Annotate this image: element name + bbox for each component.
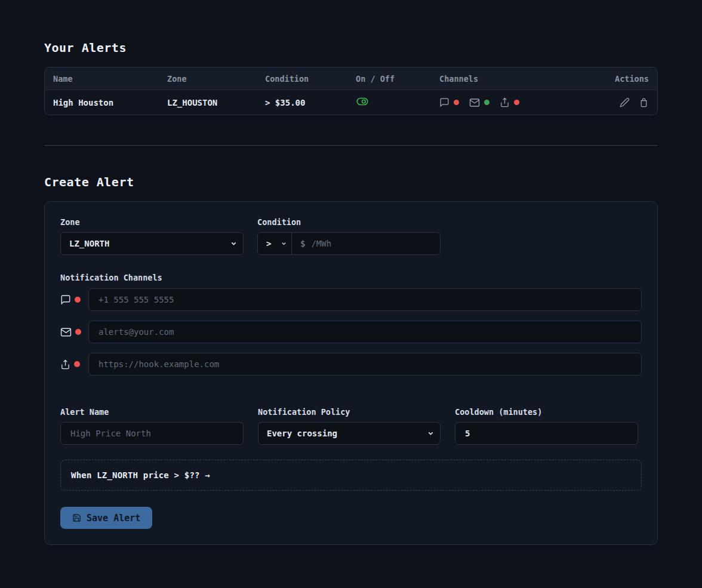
condition-input-group: > $ xyxy=(257,232,441,255)
share-icon xyxy=(60,359,70,370)
save-alert-button[interactable]: Save Alert xyxy=(60,507,152,529)
cooldown-input[interactable] xyxy=(455,422,638,445)
alert-name-input[interactable] xyxy=(60,422,244,445)
notification-policy-select[interactable]: Every crossing xyxy=(258,422,441,445)
trash-icon xyxy=(639,97,649,107)
status-dot xyxy=(484,100,489,105)
currency-prefix: $ xyxy=(292,233,305,254)
status-dot xyxy=(454,100,459,105)
status-dot xyxy=(75,297,81,303)
chat-bubble-icon xyxy=(60,294,71,305)
alerts-section-title: Your Alerts xyxy=(44,0,658,56)
column-header-actions: Actions xyxy=(610,74,649,84)
sms-channel-row xyxy=(60,288,642,311)
delete-alert-button[interactable] xyxy=(639,97,649,107)
sms-channel-lead xyxy=(60,294,88,305)
alerts-table-header: Name Zone Condition On / Off Channels Ac… xyxy=(45,67,657,90)
notification-channels-label: Notification Channels xyxy=(60,273,642,282)
alerts-page: { "colors": { "page_bg": "#0d111a", "acc… xyxy=(0,0,702,588)
channel-email-status xyxy=(469,97,489,108)
create-section-title: Create Alert xyxy=(44,174,658,190)
alert-preview: When LZ_NORTH price > $?? → xyxy=(60,460,642,491)
zone-select[interactable]: LZ_NORTH xyxy=(60,232,244,255)
zone-condition-row: Zone LZ_NORTH Condition xyxy=(60,217,642,255)
status-dot xyxy=(74,361,80,367)
name-policy-cooldown-row: Alert Name Notification Policy Every cro… xyxy=(60,407,642,445)
save-alert-label: Save Alert xyxy=(87,513,140,524)
alert-channels-cell xyxy=(439,97,610,108)
column-header-condition: Condition xyxy=(265,74,356,84)
notification-channels-block: Notification Channels xyxy=(60,273,642,375)
mail-icon xyxy=(469,97,480,108)
email-channel-lead xyxy=(60,327,88,338)
share-icon xyxy=(500,97,510,107)
sms-phone-input[interactable] xyxy=(88,288,642,311)
alert-enabled-cell xyxy=(356,95,439,110)
price-threshold-input[interactable] xyxy=(305,233,440,254)
channel-sms-status xyxy=(439,97,459,107)
alerts-table: Name Zone Condition On / Off Channels Ac… xyxy=(44,67,658,115)
chat-bubble-icon xyxy=(439,97,449,107)
webhook-channel-row xyxy=(60,353,642,375)
alert-name-label: Alert Name xyxy=(60,407,244,417)
floppy-disk-icon xyxy=(72,513,81,522)
channel-webhook-status xyxy=(500,97,519,107)
condition-field-group: Condition > $ xyxy=(257,217,441,255)
section-divider xyxy=(44,145,658,146)
webhook-channel-lead xyxy=(60,359,88,370)
webhook-url-input[interactable] xyxy=(88,353,642,375)
alert-name-field-group: Alert Name xyxy=(60,407,244,445)
zone-label: Zone xyxy=(60,217,244,227)
alert-toggle-on[interactable] xyxy=(356,95,369,108)
notification-policy-label: Notification Policy xyxy=(258,407,441,417)
pencil-icon xyxy=(620,97,630,107)
condition-operator-select[interactable]: > xyxy=(258,233,291,254)
status-dot xyxy=(75,329,81,335)
zone-field-group: Zone LZ_NORTH xyxy=(60,217,244,255)
column-header-channels: Channels xyxy=(439,74,610,84)
status-dot xyxy=(514,100,519,105)
mail-icon xyxy=(60,327,72,338)
alert-preview-text: When LZ_NORTH price > $?? → xyxy=(71,470,210,480)
cooldown-label: Cooldown (minutes) xyxy=(455,407,638,417)
cooldown-field-group: Cooldown (minutes) xyxy=(455,407,638,445)
table-row: High Houston LZ_HOUSTON > $35.00 xyxy=(45,90,657,115)
toggle-on-icon xyxy=(356,95,369,108)
email-channel-row xyxy=(60,321,642,343)
edit-alert-button[interactable] xyxy=(620,97,630,107)
alert-condition-cell: > $35.00 xyxy=(265,98,356,107)
alert-actions-cell xyxy=(610,97,649,107)
condition-label: Condition xyxy=(257,217,441,227)
page-container: Your Alerts Name Zone Condition On / Off… xyxy=(0,0,702,581)
email-input[interactable] xyxy=(88,321,642,343)
alert-zone-cell: LZ_HOUSTON xyxy=(167,98,265,107)
column-header-name: Name xyxy=(53,74,167,84)
policy-field-group: Notification Policy Every crossing xyxy=(258,407,441,445)
column-header-zone: Zone xyxy=(167,74,265,84)
alert-name-cell: High Houston xyxy=(53,98,167,107)
create-alert-card: Zone LZ_NORTH Condition xyxy=(44,201,658,545)
column-header-on-off: On / Off xyxy=(356,74,439,84)
